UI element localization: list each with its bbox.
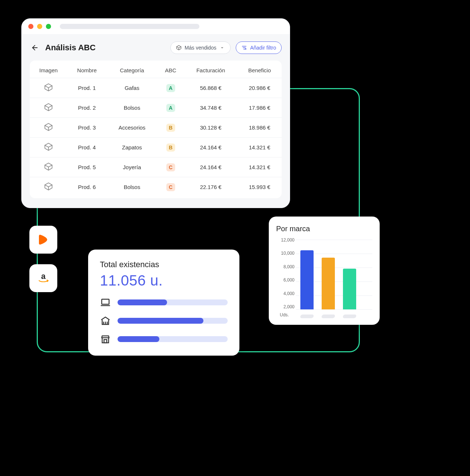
svg-text:a: a bbox=[41, 272, 46, 281]
url-bar-placeholder bbox=[60, 24, 199, 29]
stock-bar-fill bbox=[118, 299, 167, 305]
ytick: 6,000 bbox=[276, 277, 294, 283]
col-4: Facturación bbox=[184, 63, 238, 78]
filter-add-icon bbox=[241, 45, 247, 51]
revenue: 34.748 € bbox=[184, 98, 238, 118]
abc-class: C bbox=[158, 177, 184, 197]
revenue: 22.176 € bbox=[184, 177, 238, 197]
col-0: Imagen bbox=[30, 63, 67, 78]
chevron-down-icon bbox=[219, 45, 225, 51]
profit: 17.986 € bbox=[238, 98, 282, 118]
brand-chart-card: Por marca 12,00010,0008,0006,0004,0002,0… bbox=[269, 217, 380, 325]
traffic-light-zoom[interactable] bbox=[46, 24, 51, 29]
chart-units-label: Uds. bbox=[280, 312, 289, 317]
product-thumb bbox=[30, 118, 67, 138]
page-title: Análisis ABC bbox=[45, 43, 165, 52]
ytick: 4,000 bbox=[276, 291, 294, 296]
bar-brand-1 bbox=[300, 250, 314, 310]
table-row[interactable]: Prod. 3AccesoriosB30.128 €18.986 € bbox=[30, 118, 282, 138]
revenue: 24.164 € bbox=[184, 138, 238, 157]
xtick-placeholder bbox=[300, 315, 314, 318]
window-titlebar bbox=[22, 19, 290, 34]
svg-rect-12 bbox=[104, 339, 107, 343]
add-filter-label: Añadir filtro bbox=[250, 45, 276, 51]
integration-tile-zalando[interactable] bbox=[29, 226, 57, 254]
col-2: Categoría bbox=[106, 63, 157, 78]
product-thumb bbox=[30, 78, 67, 98]
product-name: Prod. 4 bbox=[67, 138, 106, 157]
traffic-light-minimize[interactable] bbox=[37, 24, 42, 29]
product-thumb bbox=[30, 98, 67, 118]
col-3: ABC bbox=[158, 63, 184, 78]
product-category: Bolsos bbox=[106, 177, 157, 197]
col-1: Nombre bbox=[67, 63, 106, 78]
table-row[interactable]: Prod. 1GafasA56.868 €20.986 € bbox=[30, 78, 282, 98]
stock-bar-fill bbox=[118, 336, 159, 342]
store-icon bbox=[100, 334, 111, 345]
stock-bar-fill bbox=[118, 318, 203, 324]
product-category: Accesorios bbox=[106, 118, 157, 138]
product-thumb bbox=[30, 177, 67, 197]
profit: 14.321 € bbox=[238, 157, 282, 177]
stock-channel-store bbox=[100, 334, 228, 345]
zalando-icon bbox=[37, 233, 50, 246]
ytick: 2,000 bbox=[276, 304, 294, 309]
product-category: Bolsos bbox=[106, 98, 157, 118]
profit: 18.986 € bbox=[238, 118, 282, 138]
abc-class: B bbox=[158, 138, 184, 157]
product-category: Zapatos bbox=[106, 138, 157, 157]
integration-tile-amazon[interactable]: a bbox=[29, 264, 57, 292]
ytick: 8,000 bbox=[276, 264, 294, 269]
ytick: 12,000 bbox=[276, 237, 294, 243]
table-row[interactable]: Prod. 4ZapatosB24.164 €14.321 € bbox=[30, 138, 282, 157]
stock-title: Total existencias bbox=[100, 260, 228, 269]
product-thumb bbox=[30, 157, 67, 177]
xtick-placeholder bbox=[321, 315, 335, 318]
total-stock-card: Total existencias 11.056 u. bbox=[88, 250, 239, 356]
profit: 14.321 € bbox=[238, 138, 282, 157]
stock-bar-track bbox=[118, 336, 228, 342]
package-icon bbox=[176, 45, 182, 51]
abc-class: A bbox=[158, 78, 184, 98]
bar-brand-2 bbox=[322, 258, 335, 309]
revenue: 56.868 € bbox=[184, 78, 238, 98]
stock-channel-laptop bbox=[100, 297, 228, 308]
sort-dropdown-label: Más vendidos bbox=[185, 45, 216, 51]
product-category: Joyería bbox=[106, 157, 157, 177]
product-name: Prod. 6 bbox=[67, 177, 106, 197]
abc-table-card: ImagenNombreCategoríaABCFacturaciónBenef… bbox=[30, 61, 282, 198]
col-5: Beneficio bbox=[238, 63, 282, 78]
back-button[interactable] bbox=[30, 43, 40, 53]
product-category: Gafas bbox=[106, 78, 157, 98]
table-row[interactable]: Prod. 5JoyeríaC24.164 €14.321 € bbox=[30, 157, 282, 177]
abc-table: ImagenNombreCategoríaABCFacturaciónBenef… bbox=[30, 63, 282, 197]
product-name: Prod. 3 bbox=[67, 118, 106, 138]
abc-class: A bbox=[158, 98, 184, 118]
traffic-light-close[interactable] bbox=[28, 24, 33, 29]
warehouse-icon bbox=[100, 315, 111, 326]
page-header: Análisis ABC Más vendidos Añadir filtro bbox=[30, 41, 282, 54]
abc-class: C bbox=[158, 157, 184, 177]
abc-class: B bbox=[158, 118, 184, 138]
table-row[interactable]: Prod. 6BolsosC22.176 €15.993 € bbox=[30, 177, 282, 197]
revenue: 24.164 € bbox=[184, 157, 238, 177]
bar-brand-3 bbox=[343, 269, 356, 309]
stock-bar-track bbox=[118, 318, 228, 324]
arrow-left-icon bbox=[31, 44, 39, 52]
brand-chart: 12,00010,0008,0006,0004,0002,000 Uds. bbox=[276, 237, 372, 318]
stock-bar-track bbox=[118, 299, 228, 305]
brand-chart-title: Por marca bbox=[276, 225, 372, 233]
product-name: Prod. 2 bbox=[67, 98, 106, 118]
sort-dropdown[interactable]: Más vendidos bbox=[170, 41, 231, 54]
product-name: Prod. 1 bbox=[67, 78, 106, 98]
product-thumb bbox=[30, 138, 67, 157]
svg-rect-7 bbox=[102, 299, 109, 304]
laptop-icon bbox=[100, 297, 111, 308]
abc-analysis-window: Análisis ABC Más vendidos Añadir filtro … bbox=[21, 18, 290, 208]
profit: 20.986 € bbox=[238, 78, 282, 98]
xtick-placeholder bbox=[343, 315, 357, 318]
profit: 15.993 € bbox=[238, 177, 282, 197]
table-row[interactable]: Prod. 2BolsosA34.748 €17.986 € bbox=[30, 98, 282, 118]
add-filter-button[interactable]: Añadir filtro bbox=[236, 41, 282, 54]
product-name: Prod. 5 bbox=[67, 157, 106, 177]
